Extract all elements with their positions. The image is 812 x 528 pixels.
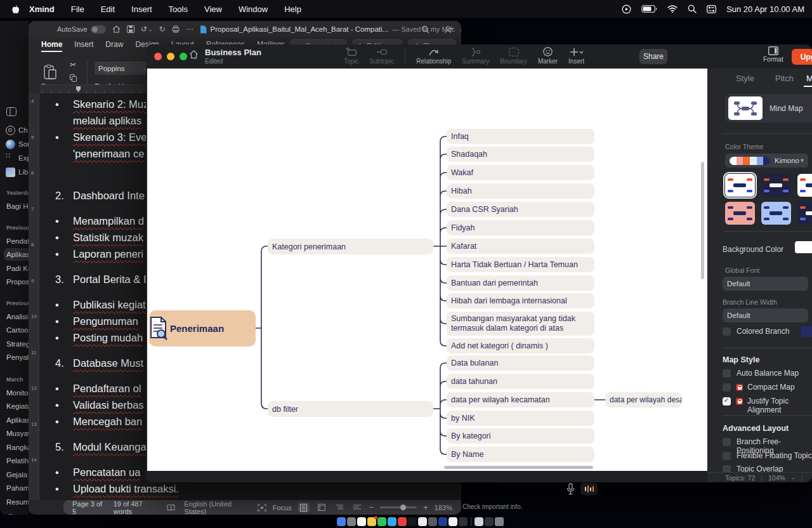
print-layout-view-button[interactable] xyxy=(298,503,310,513)
advanced-checkbox-flexible-floating-topic[interactable] xyxy=(723,452,731,460)
more-icon[interactable]: ⋯ xyxy=(186,25,193,34)
menu-view[interactable]: View xyxy=(204,4,222,14)
sidebar-nav-ch[interactable]: Ch xyxy=(0,124,29,136)
sidebar-item-padi-ken[interactable]: Padi Ken xyxy=(0,262,29,275)
canvas-zoom-level[interactable]: 104% xyxy=(768,474,785,482)
vertical-ruler[interactable]: 4567891011121314 xyxy=(29,93,39,500)
menu-window[interactable]: Window xyxy=(239,4,268,14)
screen-record-icon[interactable] xyxy=(622,4,631,14)
zoom-slider[interactable] xyxy=(380,506,417,508)
menu-help[interactable]: Help xyxy=(284,4,301,14)
wifi-icon[interactable] xyxy=(667,5,678,13)
sidebar-item-gejala[interactable]: Gejala xyxy=(0,468,29,481)
dock-icon-9[interactable] xyxy=(418,517,427,526)
sidebar-item-bagi-has[interactable]: Bagi Has xyxy=(0,200,29,213)
subtopic[interactable]: Harta Tidak Bertuan / Harta Temuan xyxy=(447,257,594,272)
main-topic-kategori-penerimaan[interactable]: Kategori penerimaan xyxy=(268,239,433,254)
subtopic[interactable]: Add net kategori ( dinamis ) xyxy=(447,338,594,353)
menu-edit[interactable]: Edit xyxy=(101,4,115,14)
map-style-checkbox-auto-balance-map[interactable] xyxy=(723,369,731,378)
outline-view-button[interactable] xyxy=(334,503,345,513)
home-icon[interactable] xyxy=(112,25,121,33)
upgrade-button[interactable]: Upgrade xyxy=(792,49,812,65)
map-style-checkbox-compact-map[interactable] xyxy=(723,383,731,392)
dock-icon-3[interactable] xyxy=(357,517,366,526)
spotlight-search-icon[interactable] xyxy=(688,4,697,13)
sidebar-item-monitori[interactable]: Monitori xyxy=(0,386,29,399)
tab-style[interactable]: Style xyxy=(736,74,754,83)
subtopic[interactable]: Hibah dari lembaga internasional xyxy=(447,293,594,308)
sidebar-nav-exp[interactable]: ∷Exp xyxy=(0,152,29,164)
zoom-button[interactable] xyxy=(180,53,187,60)
dock-icon-14[interactable] xyxy=(475,517,483,526)
mindmap-canvas[interactable]: Penerimaan Kategori penerimaan db filter… xyxy=(147,69,707,471)
word-count[interactable]: 19 of 487 words xyxy=(114,500,159,515)
sidebar-item-analisis[interactable]: Analisis xyxy=(0,310,29,323)
subtopic[interactable]: Wakaf xyxy=(447,165,594,180)
apple-menu-icon[interactable] xyxy=(11,4,20,14)
subtopic[interactable]: Bantuan dari pemerintah xyxy=(447,275,594,291)
trash-icon[interactable] xyxy=(495,517,504,526)
ribbon-tab-draw[interactable]: Draw xyxy=(105,40,123,52)
sidebar-item-musyaw[interactable]: Musyaw xyxy=(0,427,29,440)
menu-tools[interactable]: Tools xyxy=(169,4,188,14)
zoom-out-button[interactable]: − xyxy=(369,503,374,512)
colored-branch-checkbox[interactable] xyxy=(723,327,731,336)
menu-bar-clock[interactable]: Sun 20 Apr 10.00 AM xyxy=(726,4,804,14)
print-icon[interactable] xyxy=(172,25,180,33)
font-select[interactable]: Poppins⌄ xyxy=(95,62,150,75)
subtopic[interactable]: Shadaqah xyxy=(447,147,594,162)
subtopic[interactable]: Fidyah xyxy=(447,220,594,235)
dock-icon-1[interactable] xyxy=(337,517,346,526)
sidebar-item-proposa[interactable]: Proposa xyxy=(0,275,29,288)
relationship-button[interactable]: Relationship xyxy=(416,46,451,65)
sidebar-item-pendafta[interactable]: Pendafta xyxy=(0,235,29,248)
microphone-icon[interactable] xyxy=(566,483,575,495)
minimize-button[interactable] xyxy=(167,53,174,60)
subtopic[interactable]: By kategori xyxy=(447,428,594,444)
subtopic[interactable]: Dana CSR Syariah xyxy=(447,202,594,217)
page-indicator[interactable]: Page 3 of 5 xyxy=(72,500,105,515)
sidebar-item-upgrade[interactable]: Up xyxy=(0,512,29,515)
theme-thumbnail-2[interactable] xyxy=(761,174,791,197)
indent-marker[interactable] xyxy=(76,86,81,92)
subtopic[interactable]: data per wilayah kecamatan xyxy=(447,392,594,407)
dock-icon-13[interactable] xyxy=(459,517,468,526)
dock-icon-4[interactable] xyxy=(367,517,376,526)
proofing-icon[interactable] xyxy=(167,504,175,512)
zoom-percent[interactable]: 183% xyxy=(435,504,452,512)
ribbon-tab-insert[interactable]: Insert xyxy=(74,40,93,52)
main-topic-db-filter[interactable]: db filter xyxy=(268,401,433,417)
copy-icon[interactable] xyxy=(70,74,77,82)
theme-thumbnail-5[interactable] xyxy=(761,202,791,225)
global-font-select[interactable]: Default xyxy=(723,277,808,291)
zoom-in-button[interactable]: + xyxy=(423,503,428,512)
sidebar-item-resume[interactable]: Resume xyxy=(0,496,29,508)
vertical-scrollbar[interactable] xyxy=(701,162,704,279)
theme-thumbnail-3[interactable] xyxy=(797,174,812,197)
color-theme-select[interactable]: Kimono ▼ xyxy=(725,154,808,168)
map-title[interactable]: Business Plan xyxy=(205,48,261,57)
sidebar-item-aplikasi[interactable]: Aplikasi xyxy=(0,414,29,426)
branch-line-width-select[interactable]: Default xyxy=(723,308,808,322)
subtopic[interactable]: data tahunan xyxy=(447,374,594,389)
branch-color-swatch[interactable] xyxy=(801,326,812,337)
theme-thumbnail-6[interactable] xyxy=(797,202,812,225)
sidebar-item-penyakit[interactable]: Penyakit xyxy=(0,351,29,364)
subtopic-data-per-wilayah-desa[interactable]: data per wilayah desa xyxy=(605,392,682,407)
dock-icon-7[interactable] xyxy=(398,517,407,526)
tab-pitch[interactable]: Pitch xyxy=(775,74,794,83)
sidebar-item-cartoon[interactable]: Cartoon xyxy=(0,324,29,336)
save-icon[interactable] xyxy=(127,25,134,33)
dock-icon-5[interactable] xyxy=(377,517,386,526)
tab-map[interactable]: Map xyxy=(806,74,812,83)
sidebar-nav-sor[interactable]: Sor xyxy=(0,138,29,150)
sidebar-item-kegiatan[interactable]: Kegiatan xyxy=(0,400,29,412)
draft-view-button[interactable] xyxy=(351,503,363,513)
battery-icon[interactable] xyxy=(641,5,657,13)
focus-label[interactable]: Focus xyxy=(273,504,292,512)
share-button[interactable]: Share xyxy=(639,49,667,64)
menu-xmind[interactable]: Xmind xyxy=(29,4,55,14)
sidebar-nav-lib[interactable]: Lib xyxy=(0,166,29,178)
advanced-checkbox-branch-free-positioning[interactable] xyxy=(723,438,731,446)
